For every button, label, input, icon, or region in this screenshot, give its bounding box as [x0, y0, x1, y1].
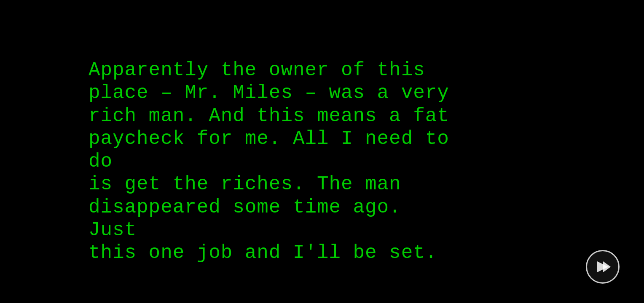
next-button[interactable]: [586, 250, 620, 284]
dialogue-text: Apparently the owner of this place – Mr.…: [89, 59, 455, 264]
game-screen: Apparently the owner of this place – Mr.…: [0, 0, 644, 303]
next-arrow-icon: [595, 259, 611, 275]
svg-marker-1: [603, 261, 611, 272]
dialogue-content: Apparently the owner of this place – Mr.…: [89, 59, 449, 264]
